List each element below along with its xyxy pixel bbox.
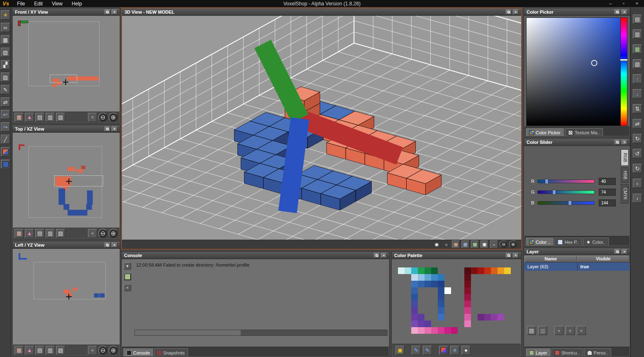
palette-cell[interactable] xyxy=(418,267,424,274)
layer-row[interactable]: Layer (63)true xyxy=(524,262,629,271)
mirror-icon[interactable]: ▞ xyxy=(1,60,10,69)
palette-body[interactable] xyxy=(392,259,521,344)
frame-icon[interactable]: ▫ xyxy=(88,229,97,238)
palette-cell[interactable] xyxy=(478,314,484,321)
hue-strip[interactable] xyxy=(620,17,627,126)
palette-cell[interactable] xyxy=(418,321,424,327)
side-tab-hsb[interactable]: HSB xyxy=(621,167,629,183)
palette-cell[interactable] xyxy=(438,287,444,294)
palette-cell[interactable] xyxy=(464,314,471,321)
detach-icon[interactable]: ⧉ xyxy=(105,243,110,248)
wireframe-icon[interactable]: ▧ xyxy=(1,48,10,57)
refresh-icon[interactable]: ↻ xyxy=(633,164,642,173)
view-yz-icon[interactable]: ▦ xyxy=(471,240,479,248)
move-down-icon[interactable]: ↓ xyxy=(633,89,642,98)
palette-cell[interactable] xyxy=(491,267,498,274)
tab-color-[interactable]: Color .. xyxy=(526,238,554,245)
tab-texture-ma-[interactable]: Texture Ma.. xyxy=(565,128,603,136)
slider-track-g[interactable] xyxy=(537,190,595,194)
view-3d-titlebar[interactable]: 3D View - NEW MODEL ⧉× xyxy=(122,8,521,16)
apply-view-icon[interactable]: ▧ xyxy=(56,113,65,122)
close-button[interactable]: × xyxy=(631,0,643,7)
palette-cell[interactable] xyxy=(444,287,451,294)
detach-icon[interactable]: ⧉ xyxy=(374,253,380,258)
palette-cell[interactable] xyxy=(411,287,418,294)
palette-cell[interactable] xyxy=(491,314,498,321)
palette-cell[interactable] xyxy=(424,321,431,327)
cone-tool-icon[interactable]: ▲ xyxy=(25,229,34,238)
detach-icon[interactable]: ⧉ xyxy=(615,10,620,15)
palette-cell[interactable] xyxy=(411,321,418,327)
slider-handle[interactable] xyxy=(552,189,556,195)
detach-icon[interactable]: ⧉ xyxy=(506,10,512,15)
move-up-icon[interactable]: ↑ xyxy=(633,74,642,83)
palette-cell[interactable] xyxy=(438,281,444,287)
redo-icon[interactable]: ↪ xyxy=(1,122,10,131)
palette-cell[interactable] xyxy=(411,281,418,287)
paste-view-icon[interactable]: ▥ xyxy=(46,229,55,238)
tab-perso-[interactable]: Perso.. xyxy=(584,348,612,356)
layer-titlebar[interactable]: Layer ⧉× xyxy=(524,248,630,255)
palette-cell[interactable] xyxy=(411,314,418,321)
rotate-cw-icon[interactable]: ↻ xyxy=(633,134,642,143)
sort-colors-icon[interactable]: ≡ xyxy=(450,346,459,355)
apply-view-icon[interactable]: ▧ xyxy=(56,229,65,238)
palette-cell[interactable] xyxy=(444,327,451,334)
tab-hex-p-[interactable]: Hex P.. xyxy=(554,238,582,245)
palette-cell[interactable] xyxy=(418,327,424,334)
palette-cell[interactable] xyxy=(438,327,444,334)
menu-edit[interactable]: Edit xyxy=(30,0,46,7)
palette-titlebar[interactable]: Color Palette ⧉× xyxy=(392,252,521,259)
saturation-brightness-square[interactable] xyxy=(526,17,621,126)
close-icon[interactable]: × xyxy=(112,243,117,248)
palette-cell[interactable] xyxy=(424,274,431,281)
column-name[interactable]: Name xyxy=(524,255,577,262)
zoom-out-icon[interactable]: ⊖ xyxy=(98,346,107,355)
scrollbar-thumb[interactable] xyxy=(135,330,241,335)
left-view-canvas[interactable] xyxy=(13,249,120,345)
close-icon[interactable]: × xyxy=(622,140,627,145)
palette-cell[interactable] xyxy=(464,287,471,294)
palette-cell[interactable] xyxy=(464,281,471,287)
picker-cursor[interactable] xyxy=(591,60,597,66)
palette-cell[interactable] xyxy=(438,301,444,307)
palette-cell[interactable] xyxy=(424,267,431,274)
maximize-button[interactable]: ▫ xyxy=(617,0,630,7)
slider-track-r[interactable] xyxy=(537,180,595,183)
cone-tool-icon[interactable]: ▲ xyxy=(25,113,34,122)
cone-tool-icon[interactable]: ▲ xyxy=(25,346,34,355)
detach-icon[interactable]: ⧉ xyxy=(105,126,110,131)
grid-toggle-icon[interactable]: ▦ xyxy=(15,229,24,238)
view-xz-icon[interactable]: ▦ xyxy=(461,240,469,248)
top-panel-titlebar[interactable]: Top / XZ View ⧉× xyxy=(12,125,120,133)
zoom-in-icon[interactable]: ⊕ xyxy=(509,240,517,248)
detach-icon[interactable]: ⧉ xyxy=(506,253,512,258)
layer-new-icon[interactable]: ▫ xyxy=(554,326,564,335)
pencil-icon[interactable]: ✎ xyxy=(1,85,10,94)
paste-view-icon[interactable]: ▥ xyxy=(46,346,55,355)
palette-cell[interactable] xyxy=(464,307,471,314)
palette-cell[interactable] xyxy=(431,274,438,281)
tab-color-[interactable]: Color.. xyxy=(583,238,609,245)
paste-view-icon[interactable]: ▥ xyxy=(46,113,55,122)
close-console-button[interactable]: × xyxy=(124,284,131,291)
detach-icon[interactable]: ⧉ xyxy=(105,10,110,15)
close-icon[interactable]: × xyxy=(622,10,627,15)
column-visible[interactable]: Visible xyxy=(577,255,630,262)
palette-cell[interactable] xyxy=(484,314,491,321)
tab-snapshots[interactable]: Snapshots xyxy=(154,348,188,356)
view-mode-icon[interactable]: ∞ xyxy=(1,23,10,32)
doc-new-icon[interactable]: ▤ xyxy=(633,15,642,24)
minimize-button[interactable]: – xyxy=(604,0,617,7)
zoom-out-icon[interactable]: ⊖ xyxy=(500,240,507,248)
hue-marker[interactable] xyxy=(620,59,628,61)
frame-icon[interactable]: ▫ xyxy=(88,346,97,355)
circle-color-icon[interactable]: ● xyxy=(461,346,471,355)
palette-cell[interactable] xyxy=(478,267,484,274)
top-view-canvas[interactable] xyxy=(13,133,120,228)
zoom-in-icon[interactable]: ⊕ xyxy=(109,346,118,355)
menu-help[interactable]: Help xyxy=(68,0,86,7)
palette-cell[interactable] xyxy=(431,327,438,334)
perspective-radio-icon[interactable]: ◉ xyxy=(433,240,441,248)
menu-view[interactable]: View xyxy=(48,0,66,7)
